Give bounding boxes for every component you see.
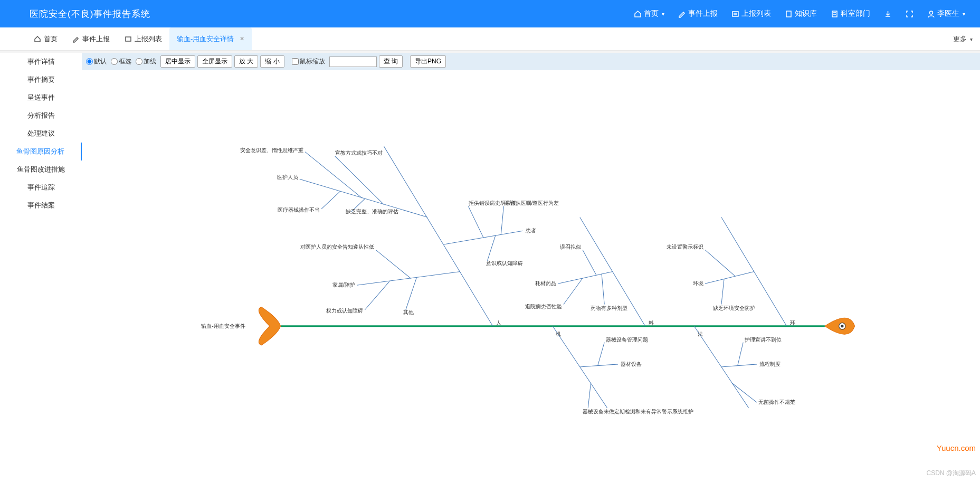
svg-line-59 [732,383,757,402]
wheel-zoom[interactable]: 鼠标缩放 [292,57,325,66]
sidenav-item-0[interactable]: 事件详情 [0,53,82,71]
tab-report-label: 事件上报 [82,34,110,44]
nav-kb[interactable]: 知识库 [785,9,817,18]
mode-default-radio[interactable] [86,58,93,65]
svg-text:医护人员: 医护人员 [277,174,298,180]
tab-more[interactable]: 更多 ▾ [953,34,973,44]
zoom-out-button[interactable]: 缩 小 [260,55,284,68]
svg-text:误召拟似: 误召拟似 [560,244,581,250]
svg-text:退院病患否性验: 退院病患否性验 [525,304,562,309]
nav-list[interactable]: 上报列表 [731,9,771,18]
svg-text:器械设备未做定期检测和未有异常警示系统维护: 器械设备未做定期检测和未有异常警示系统维护 [583,409,693,414]
list-icon [125,35,132,43]
dept-icon [831,10,839,18]
nav-report[interactable]: 事件上报 [678,9,718,18]
list-icon [731,10,739,18]
svg-text:缺乏完整、准确的评估: 缺乏完整、准确的评估 [346,209,398,214]
mode-line-label: 加线 [144,57,156,66]
nav-dept[interactable]: 科室部门 [831,9,870,18]
close-icon[interactable]: ✕ [240,35,244,42]
sidenav: 事件详情事件摘要呈送事件分析报告处理建议鱼骨图原因分析鱼骨图改进措施事件追踪事件… [0,53,82,482]
tab-detail-label: 输血-用血安全详情 [177,34,234,44]
download-icon [884,10,892,18]
nav-fullscreen[interactable] [906,10,914,18]
tab-list-label: 上报列表 [135,34,162,44]
sidenav-item-4[interactable]: 处理建议 [0,125,82,143]
home-icon [34,35,41,43]
nav-home-label: 首页 [644,9,659,18]
svg-text:护理宣讲不到位: 护理宣讲不到位 [744,337,782,343]
user-icon [927,10,935,18]
svg-text:患者: 患者 [525,228,536,233]
svg-line-65 [705,250,735,276]
tab-home[interactable]: 首页 [26,27,65,50]
svg-point-2 [930,11,933,14]
watermark-bottom: CSDN @淘源码A [926,469,976,478]
wheel-zoom-label: 鼠标缩放 [300,57,325,66]
tab-report[interactable]: 事件上报 [65,27,117,50]
svg-line-25 [406,278,417,310]
book-icon [785,10,793,18]
svg-rect-0 [732,12,738,16]
nav-dept-label: 科室部门 [841,9,870,18]
mode-box[interactable]: 框选 [111,57,131,66]
query-button[interactable]: 查 询 [379,55,403,68]
svg-line-39 [598,343,604,365]
svg-text:家属/陪护: 家属/陪护 [332,282,355,288]
sidenav-item-2[interactable]: 呈送事件 [0,89,82,107]
svg-text:流程制度: 流程制度 [759,361,781,367]
svg-text:环: 环 [790,320,795,326]
svg-line-47 [583,250,596,275]
fullscreen-button[interactable]: 全屏显示 [197,55,232,68]
nav-kb-label: 知识库 [795,9,817,18]
svg-line-55 [721,364,757,367]
zoom-in-button[interactable]: 放 大 [234,55,258,68]
svg-rect-3 [126,37,131,41]
mode-box-label: 框选 [119,57,131,66]
sidenav-item-8[interactable]: 事件结案 [0,196,82,214]
svg-text:权力或认知障碍: 权力或认知障碍 [326,308,363,314]
svg-line-23 [365,281,389,310]
sidenav-item-1[interactable]: 事件摘要 [0,71,82,89]
svg-line-21 [376,250,411,279]
sidenav-item-5[interactable]: 鱼骨图原因分析 [0,143,82,160]
svg-text:人: 人 [496,320,501,326]
sidenav-item-7[interactable]: 事件追踪 [0,178,82,196]
home-icon [634,10,642,18]
svg-text:其他: 其他 [403,309,414,315]
nav-user[interactable]: 李医生▾ [927,9,965,18]
mode-default-label: 默认 [94,57,107,66]
mode-line-radio[interactable] [136,58,142,65]
svg-line-15 [321,191,340,209]
svg-text:器械设备管理问题: 器械设备管理问题 [606,337,648,343]
nav-download[interactable] [884,10,892,18]
mode-box-radio[interactable] [111,58,118,65]
svg-line-41 [588,383,591,408]
mode-default[interactable]: 默认 [86,57,107,66]
search-input[interactable] [329,56,377,67]
svg-text:器材设备: 器材设备 [621,361,642,367]
center-button[interactable]: 居中显示 [160,55,195,68]
svg-line-51 [602,274,604,305]
svg-line-13 [335,156,384,205]
svg-line-49 [564,278,583,305]
nav-user-label: 李医生 [937,9,959,18]
wheel-zoom-checkbox[interactable] [292,58,299,65]
nav-report-label: 事件上报 [688,9,718,18]
tab-detail[interactable]: 输血-用血安全详情 ✕ [169,27,252,50]
export-png-button[interactable]: 导出PNG [410,55,446,68]
diagram-toolbar: 默认 框选 加线 居中显示 全屏显示 放 大 缩 小 鼠标缩放 查 询 导出PN… [82,53,980,70]
fishbone-diagram[interactable]: 输血-用血安全事件 人 医护人员 安全意识差、惰性思维严重 宣教方式或技巧不对 … [82,70,980,419]
fish-problem: 输血-用血安全事件 [201,323,245,329]
nav-home[interactable]: 首页▾ [634,9,664,18]
mode-line[interactable]: 加线 [136,57,156,66]
svg-point-6 [841,325,843,327]
svg-text:未遵从医嘱/遵医行为差: 未遵从医嘱/遵医行为差 [505,200,559,206]
svg-text:法: 法 [698,331,703,337]
sidenav-item-3[interactable]: 分析报告 [0,107,82,125]
svg-line-63 [705,272,754,284]
svg-text:环境: 环境 [693,280,703,286]
sidenav-item-6[interactable]: 鱼骨图改进措施 [0,160,82,178]
tab-list[interactable]: 上报列表 [117,27,169,50]
app-title: 医院安全(不良)事件报告系统 [30,8,150,20]
